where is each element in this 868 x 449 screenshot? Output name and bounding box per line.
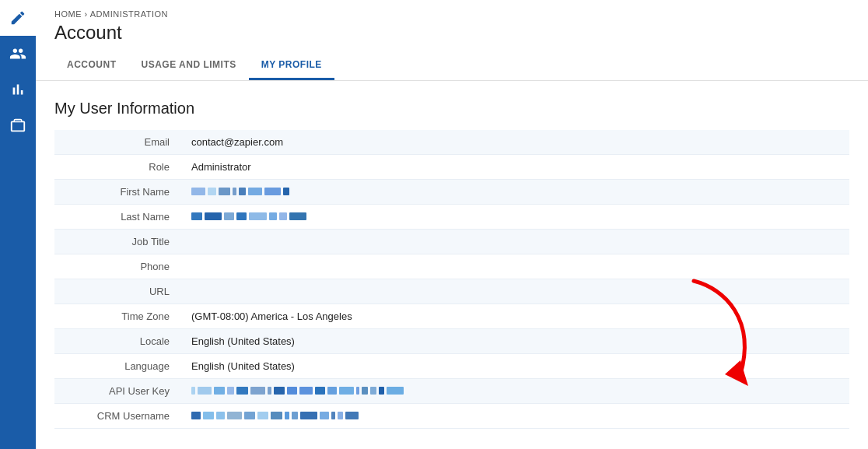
- blurred-value: [191, 412, 359, 419]
- tab-myprofile[interactable]: MY PROFILE: [249, 51, 334, 80]
- pixel-block: [315, 387, 325, 395]
- tab-usage[interactable]: USAGE AND LIMITS: [129, 51, 249, 80]
- field-value: (GMT-08:00) America - Los Angeles: [179, 304, 849, 329]
- table-row: RoleAdministrator: [54, 155, 849, 180]
- pencil-icon: [9, 9, 26, 26]
- field-label: Locale: [54, 329, 179, 354]
- pixel-block: [271, 412, 282, 419]
- pixel-block: [250, 387, 265, 395]
- pixel-block: [214, 387, 225, 395]
- pixel-block: [227, 412, 242, 419]
- table-row: First Name: [54, 180, 849, 205]
- users-icon: [9, 45, 26, 62]
- table-row: Phone: [54, 254, 849, 279]
- sidebar-item-chart[interactable]: [0, 72, 36, 107]
- chart-icon: [9, 81, 26, 98]
- pixel-block: [191, 212, 202, 220]
- breadcrumb-section[interactable]: ADMINISTRATION: [90, 9, 168, 19]
- table-row: API User Key: [54, 379, 849, 404]
- table-row: LocaleEnglish (United States): [54, 329, 849, 354]
- field-value: contact@zapier.com: [179, 130, 849, 155]
- blurred-value: [191, 212, 306, 220]
- pixel-block: [239, 188, 246, 195]
- field-label: Time Zone: [54, 304, 179, 329]
- content-area: My User Information Emailcontact@zapier.…: [36, 81, 868, 449]
- pixel-block: [268, 387, 271, 395]
- table-row: Emailcontact@zapier.com: [54, 130, 849, 155]
- sidebar-item-briefcase[interactable]: [0, 107, 36, 143]
- sidebar-item-edit[interactable]: [0, 0, 36, 36]
- blurred-value: [191, 387, 404, 395]
- breadcrumb: HOME › ADMINISTRATION: [54, 9, 849, 19]
- table-row: Last Name: [54, 205, 849, 230]
- pixel-block: [279, 212, 287, 220]
- field-value: Administrator: [179, 155, 849, 180]
- field-value: [179, 180, 849, 205]
- field-value: [179, 279, 849, 304]
- field-value: [179, 404, 849, 429]
- field-label: Role: [54, 155, 179, 180]
- pixel-block: [249, 212, 267, 220]
- pixel-block: [257, 412, 268, 419]
- tabs: ACCOUNT USAGE AND LIMITS MY PROFILE: [54, 51, 849, 80]
- pixel-block: [283, 188, 289, 195]
- pixel-block: [292, 412, 298, 419]
- field-value: English (United States): [179, 354, 849, 379]
- pixel-block: [327, 387, 337, 395]
- main-content: HOME › ADMINISTRATION Account ACCOUNT US…: [36, 0, 868, 449]
- info-table: Emailcontact@zapier.comRoleAdministrator…: [54, 130, 849, 429]
- pixel-block: [287, 387, 297, 395]
- field-label: First Name: [54, 180, 179, 205]
- pixel-block: [339, 387, 354, 395]
- info-section: Emailcontact@zapier.comRoleAdministrator…: [54, 130, 849, 429]
- pixel-block: [338, 412, 343, 419]
- field-value: [179, 254, 849, 279]
- pixel-block: [248, 188, 262, 195]
- pixel-block: [331, 412, 335, 419]
- field-label: Job Title: [54, 230, 179, 254]
- pixel-block: [224, 212, 234, 220]
- pixel-block: [205, 212, 222, 220]
- pixel-block: [387, 387, 404, 395]
- pixel-block: [233, 188, 236, 195]
- pixel-block: [356, 387, 359, 395]
- sidebar-item-users[interactable]: [0, 36, 36, 72]
- field-value: [179, 379, 849, 404]
- breadcrumb-home[interactable]: HOME: [54, 9, 82, 19]
- table-row: CRM Username: [54, 404, 849, 429]
- pixel-block: [362, 387, 368, 395]
- header: HOME › ADMINISTRATION Account ACCOUNT US…: [36, 0, 868, 81]
- breadcrumb-sep: ›: [85, 9, 90, 19]
- pixel-block: [216, 412, 225, 419]
- pixel-block: [379, 387, 384, 395]
- pixel-block: [191, 387, 195, 395]
- pixel-block: [320, 412, 329, 419]
- field-label: Last Name: [54, 205, 179, 230]
- pixel-block: [227, 387, 234, 395]
- field-value: [179, 230, 849, 254]
- pixel-block: [236, 212, 247, 220]
- page-title: Account: [54, 22, 849, 44]
- pixel-block: [299, 387, 313, 395]
- pixel-block: [198, 387, 212, 395]
- pixel-block: [236, 387, 248, 395]
- pixel-block: [289, 212, 306, 220]
- pixel-block: [274, 387, 285, 395]
- sidebar: [0, 0, 36, 449]
- pixel-block: [269, 212, 277, 220]
- table-row: LanguageEnglish (United States): [54, 354, 849, 379]
- pixel-block: [300, 412, 317, 419]
- table-row: Job Title: [54, 230, 849, 254]
- pixel-block: [191, 412, 201, 419]
- pixel-block: [285, 412, 289, 419]
- table-row: Time Zone(GMT-08:00) America - Los Angel…: [54, 304, 849, 329]
- pixel-block: [208, 188, 216, 195]
- tab-account[interactable]: ACCOUNT: [54, 51, 129, 80]
- field-label: API User Key: [54, 379, 179, 404]
- field-label: Phone: [54, 254, 179, 279]
- field-label: URL: [54, 279, 179, 304]
- field-value: English (United States): [179, 329, 849, 354]
- blurred-value: [191, 188, 289, 195]
- pixel-block: [219, 188, 230, 195]
- field-value: [179, 205, 849, 230]
